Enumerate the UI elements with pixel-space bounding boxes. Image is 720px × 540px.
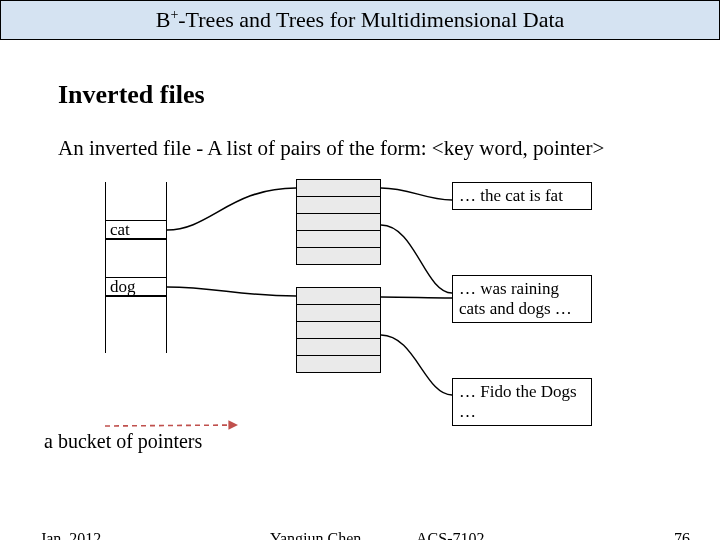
index-grid: cat dog: [105, 182, 167, 353]
doc-box-2: … was raining cats and dogs …: [452, 275, 592, 323]
index-cell-dog: dog: [105, 277, 167, 296]
footer-date: Jan. 2012: [40, 530, 101, 540]
section-heading: Inverted files: [58, 80, 205, 110]
definition-text: An inverted file - A list of pairs of th…: [58, 136, 604, 161]
footer-author: Yangjun Chen: [270, 530, 361, 540]
bucket-top: [296, 180, 381, 265]
title-pre: B: [156, 7, 171, 32]
footer-page: 76: [674, 530, 690, 540]
bucket-bottom: [296, 288, 381, 373]
title-post: -Trees and Trees for Multidimensional Da…: [178, 7, 564, 32]
diagram-stage: cat dog … the cat is fat … was raining c…: [0, 170, 720, 470]
svg-line-0: [105, 425, 238, 426]
title-bar: B+-Trees and Trees for Multidimensional …: [0, 0, 720, 40]
doc-box-1: … the cat is fat: [452, 182, 592, 210]
footer-course: ACS-7102: [416, 530, 484, 540]
bucket-caption: a bucket of pointers: [44, 430, 202, 453]
index-cell-cat: cat: [105, 220, 167, 239]
doc-box-3: … Fido the Dogs …: [452, 378, 592, 426]
